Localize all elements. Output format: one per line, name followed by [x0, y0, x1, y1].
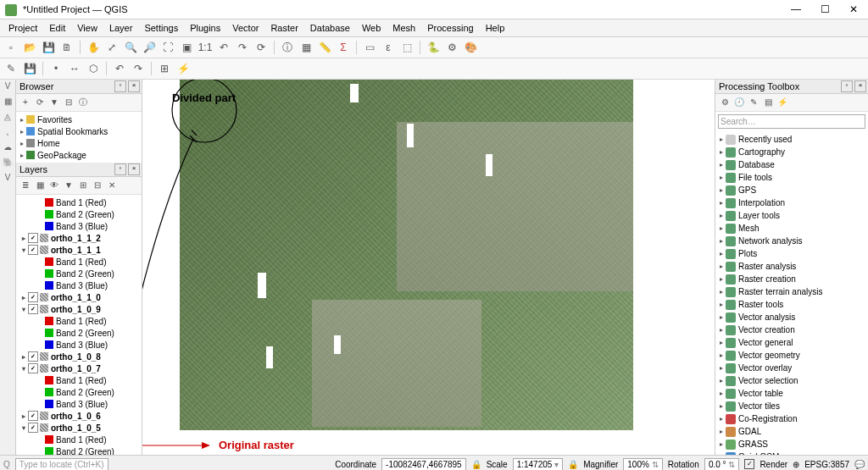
- add-wms-button[interactable]: ☁: [2, 142, 14, 154]
- menu-help[interactable]: Help: [481, 22, 510, 34]
- pan-to-selection-button[interactable]: ⤢: [104, 40, 120, 55]
- undo-button[interactable]: ↶: [112, 61, 127, 76]
- layers-add-group-button[interactable]: ▦: [34, 180, 46, 191]
- browser-panel-close-button[interactable]: ×: [128, 80, 140, 92]
- toolbox-item[interactable]: ▸Mesh: [715, 222, 868, 235]
- zoom-next-button[interactable]: ↷: [235, 40, 250, 55]
- toolbox-item[interactable]: ▸Plots: [715, 247, 868, 260]
- browser-filter-button[interactable]: ▼: [48, 97, 60, 108]
- toolbox-item[interactable]: ▸Interpolation: [715, 196, 868, 209]
- toolbox-item[interactable]: ▸Raster tools: [715, 298, 868, 311]
- zoom-out-button[interactable]: 🔎: [142, 40, 157, 55]
- layer-group[interactable]: ▾✓ortho_1_0_9: [16, 303, 142, 315]
- stats-button[interactable]: Σ: [336, 40, 351, 55]
- browser-item[interactable]: ▸Spatial Bookmarks: [16, 125, 142, 137]
- browser-collapse-button[interactable]: ⊟: [63, 97, 75, 108]
- layer-band[interactable]: Band 3 (Blue): [16, 279, 142, 291]
- layers-filter-button[interactable]: ▼: [63, 180, 75, 191]
- layer-band[interactable]: Band 2 (Green): [16, 386, 142, 398]
- toolbox-item[interactable]: ▸Vector tiles: [715, 400, 868, 412]
- layer-band[interactable]: Band 1 (Red): [16, 256, 142, 268]
- layers-remove-button[interactable]: ✕: [106, 180, 118, 191]
- layers-collapse-button[interactable]: ⊟: [92, 180, 103, 191]
- layer-group[interactable]: ▸✓ortho_1_1_0: [16, 291, 142, 303]
- browser-item[interactable]: ▸Favorites: [16, 113, 142, 125]
- toolbox-item[interactable]: ▸Vector general: [715, 336, 868, 349]
- redo-button[interactable]: ↷: [131, 61, 146, 76]
- layers-panel-float-button[interactable]: ▫: [114, 163, 126, 175]
- toolbox-item[interactable]: ▸Vector geometry: [715, 349, 868, 362]
- toolbox-history-button[interactable]: 🕘: [733, 97, 745, 108]
- layer-band[interactable]: Band 1 (Red): [16, 374, 142, 386]
- layer-group[interactable]: ▾✓ortho_1_1_1: [16, 244, 142, 256]
- layer-band[interactable]: Band 1 (Red): [16, 434, 142, 445]
- layer-group[interactable]: ▸✓ortho_1_1_2: [16, 232, 142, 244]
- layer-band[interactable]: Band 3 (Blue): [16, 339, 142, 351]
- layers-tree[interactable]: Band 1 (Red)Band 2 (Green)Band 3 (Blue)▸…: [16, 195, 142, 455]
- layer-band[interactable]: Band 2 (Green): [16, 445, 142, 455]
- toolbox-item[interactable]: ▸Vector selection: [715, 374, 868, 387]
- crs-icon[interactable]: ⊕: [793, 460, 799, 469]
- toolbox-options-button[interactable]: ⚡: [776, 97, 788, 108]
- zoom-full-button[interactable]: ⛶: [160, 40, 175, 55]
- menu-raster[interactable]: Raster: [265, 22, 303, 34]
- toolbox-item[interactable]: ▸Recently used: [715, 133, 868, 146]
- menu-vector[interactable]: Vector: [227, 22, 264, 34]
- zoom-layer-button[interactable]: ▣: [179, 40, 194, 55]
- layers-style-button[interactable]: ≣: [19, 180, 31, 191]
- layer-group[interactable]: ▸✓ortho_1_0_8: [16, 351, 142, 362]
- style-manager-button[interactable]: 🎨: [463, 40, 478, 55]
- menu-plugins[interactable]: Plugins: [185, 22, 225, 34]
- browser-item[interactable]: ▸GeoPackage: [16, 149, 142, 161]
- layers-panel-close-button[interactable]: ×: [128, 163, 140, 175]
- add-delimited-button[interactable]: ,: [2, 127, 14, 139]
- toolbox-search-input[interactable]: Search…: [718, 114, 865, 129]
- render-checkbox[interactable]: ✓: [744, 459, 754, 469]
- layers-expand-button[interactable]: ⊞: [77, 180, 89, 191]
- add-mesh-button[interactable]: ◬: [2, 112, 14, 124]
- toolbox-item[interactable]: ▸Raster creation: [715, 273, 868, 285]
- menu-layer[interactable]: Layer: [104, 22, 138, 34]
- toolbox-item[interactable]: ▸GRASS: [715, 438, 868, 451]
- pan-button[interactable]: ✋: [86, 40, 101, 55]
- browser-properties-button[interactable]: ⓘ: [77, 97, 89, 108]
- toolbox-item[interactable]: ▸Layer tools: [715, 209, 868, 222]
- toolbox-panel-close-button[interactable]: ×: [854, 80, 866, 92]
- add-postgis-button[interactable]: 🐘: [2, 158, 14, 169]
- menu-database[interactable]: Database: [305, 22, 355, 34]
- edit-toggle-button[interactable]: ✎: [3, 61, 19, 76]
- lock-icon[interactable]: 🔒: [471, 460, 481, 469]
- zoom-in-button[interactable]: 🔍: [123, 40, 138, 55]
- toolbox-item[interactable]: ▸QuickOSM: [715, 451, 868, 455]
- locator-input[interactable]: Type to locate (Ctrl+K): [15, 458, 108, 471]
- menu-settings[interactable]: Settings: [139, 22, 183, 34]
- layer-band[interactable]: Band 2 (Green): [16, 327, 142, 339]
- toolbox-item[interactable]: ▸Vector analysis: [715, 311, 868, 323]
- menu-web[interactable]: Web: [357, 22, 386, 34]
- refresh-button[interactable]: ⟳: [253, 40, 269, 55]
- toolbox-panel-float-button[interactable]: ▫: [841, 80, 853, 92]
- add-virtual-button[interactable]: V: [2, 173, 14, 185]
- deselect-button[interactable]: ⬚: [399, 40, 415, 55]
- layer-band[interactable]: Band 1 (Red): [16, 315, 142, 327]
- move-feature-button[interactable]: ↔: [67, 61, 82, 76]
- toolbox-header[interactable]: Processing Toolbox ▫×: [715, 80, 868, 94]
- toolbox-item[interactable]: ▸GDAL: [715, 425, 868, 438]
- browser-refresh-button[interactable]: ⟳: [34, 97, 46, 108]
- plugin-button[interactable]: ⚡: [175, 61, 191, 76]
- layer-band[interactable]: Band 2 (Green): [16, 268, 142, 279]
- add-vector-button[interactable]: V: [2, 81, 14, 93]
- add-raster-button[interactable]: ▦: [2, 97, 14, 108]
- menu-view[interactable]: View: [72, 22, 103, 34]
- layer-group[interactable]: ▾✓ortho_1_0_5: [16, 422, 142, 434]
- toolbox-item[interactable]: ▸Vector table: [715, 387, 868, 400]
- layer-band[interactable]: Band 1 (Red): [16, 196, 142, 208]
- scale-field[interactable]: 1:147205 ▾: [513, 458, 564, 471]
- new-project-button[interactable]: ▫: [3, 40, 19, 55]
- toolbox-item[interactable]: ▸Network analysis: [715, 235, 868, 247]
- crs-label[interactable]: EPSG:3857: [804, 460, 849, 469]
- snapping-button[interactable]: ⊞: [157, 61, 172, 76]
- toolbox-item[interactable]: ▸Vector overlay: [715, 362, 868, 374]
- messages-icon[interactable]: 💬: [854, 460, 865, 469]
- zoom-native-button[interactable]: 1:1: [198, 40, 213, 55]
